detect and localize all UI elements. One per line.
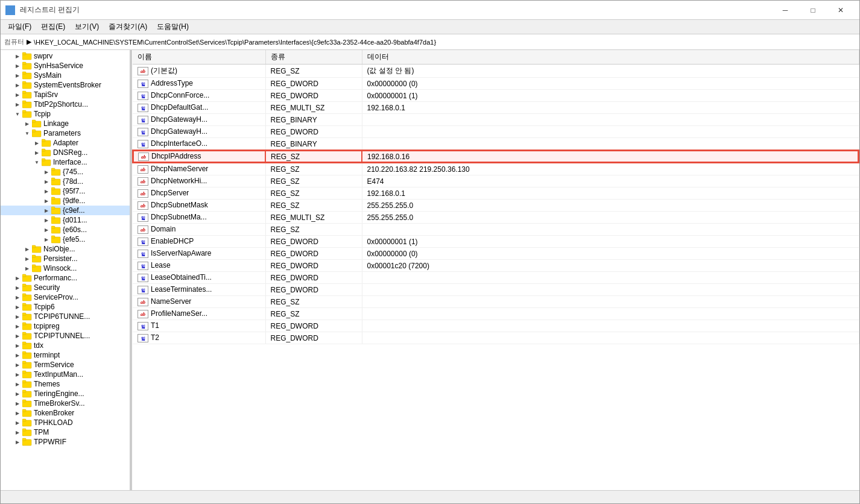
table-row[interactable]: 밃DhcpConnForce...REG_DWORD0x00000001 (1) [133,90,859,102]
table-row[interactable]: abDhcpNameServerREG_SZ210.220.163.82 219… [133,163,859,175]
col-type[interactable]: 종류 [265,50,362,65]
tree-item-Winsock[interactable]: ▶ Winsock... [1,263,130,273]
table-row[interactable]: 밃EnableDHCPREG_DWORD0x00000001 (1) [133,236,859,248]
folder-icon-swprv [22,52,32,60]
table-row[interactable]: 밃DhcpSubnetMa...REG_MULTI_SZ255.255.255.… [133,212,859,224]
tree-item-TimeBrokerSv[interactable]: ▶ TimeBrokerSv... [1,398,130,408]
menu-file[interactable]: 파일(F) [3,20,36,33]
folder-icon-tcpipreg [22,322,32,330]
cell-type: REG_BINARY [265,138,362,151]
cell-type: REG_SZ [265,163,362,175]
tree-item-TCPIPTUNNEL[interactable]: ▶ TCPIPTUNNEL... [1,331,130,341]
tree-item-DNSReg[interactable]: ▶ DNSReg... [1,148,130,157]
menu-favorites[interactable]: 즐겨찾기(A) [104,20,152,33]
menu-help[interactable]: 도움말(H) [152,20,194,33]
tree-item-TbtP2pShortcut[interactable]: ▶ TbtP2pShortcu... [1,99,130,109]
folder-icon-TPM [22,428,32,436]
table-row[interactable]: 밃T2REG_DWORD [133,332,859,344]
table-row[interactable]: 밃LeaseTerminates...REG_DWORD [133,284,859,296]
table-row[interactable]: 밃DhcpInterfaceO...REG_BINARY [133,138,859,151]
table-row[interactable]: 밃DhcpGatewayH...REG_BINARY [133,114,859,126]
address-value[interactable]: \HKEY_LOCAL_MACHINE\SYSTEM\CurrentContro… [34,39,436,46]
tree-arrow-NsiObj: ▶ [22,247,32,252]
table-row[interactable]: 밃LeaseObtainedTi...REG_DWORD [133,272,859,284]
tree-item-terminpt[interactable]: ▶ terminpt [1,350,130,360]
tree-item-TokenBroker[interactable]: ▶ TokenBroker [1,408,130,418]
tree-item-ServiceProv[interactable]: ▶ ServiceProv... [1,292,130,302]
tree-item-TermService[interactable]: ▶ TermService [1,360,130,370]
tree-arrow-c9ef: ▶ [42,208,51,213]
tree-item-e605[interactable]: ▶ {e60s... [1,225,130,235]
svg-rect-23 [42,139,45,142]
table-row[interactable]: abProfileNameSer...REG_SZ [133,308,859,320]
cell-name: abDhcpServer [133,187,265,200]
tree-item-Security[interactable]: ▶ Security [1,283,130,292]
tree-item-tcpipreg[interactable]: ▶ tcpipreg [1,321,130,331]
tree-arrow-SynHsaService: ▶ [13,63,22,69]
table-row[interactable]: 밃T1REG_DWORD [133,320,859,332]
table-row[interactable]: abDhcpSubnetMaskREG_SZ255.255.255.0 [133,200,859,212]
menu-edit[interactable]: 편집(E) [36,20,70,33]
tree-item-SysMain[interactable]: ▶ SysMain [1,71,130,80]
tree-item-Tcpip[interactable]: ▼ Tcpip [1,109,130,119]
table-row[interactable]: abDhcpIPAddressREG_SZ192.168.0.16 [133,150,859,163]
tree-item-c9ef[interactable]: ▶ {c9ef... [1,206,130,215]
tree-item-NsiObj[interactable]: ▶ NsiObje... [1,244,130,254]
tree-item-SystemEvents[interactable]: ▶ SystemEventsBroker [1,80,130,90]
table-row[interactable]: abDhcpServerREG_SZ192.168.0.1 [133,187,859,200]
tree-arrow-TPPWRIF: ▶ [13,439,22,445]
tree-arrow-Adapter: ▶ [32,140,42,146]
tree-arrow-78d: ▶ [42,179,51,184]
tree-item-TCPIP6TUNNEL[interactable]: ▶ TCPIP6TUNNE... [1,312,130,321]
folder-icon-TieringEngine [22,389,32,398]
tree-item-d011[interactable]: ▶ {d011... [1,215,130,225]
cell-data [362,332,859,344]
tree-item-TPHKLOAD[interactable]: ▶ TPHKLOAD [1,418,130,427]
table-row[interactable]: abDomainREG_SZ [133,224,859,236]
tree-item-95f7[interactable]: ▶ {95f7... [1,186,130,196]
tree-item-Interfaces[interactable]: ▼ Interface... [1,157,130,167]
close-button[interactable]: ✕ [827,1,855,20]
tree-item-TextInputMan[interactable]: ▶ TextInputMan... [1,370,130,379]
tree-arrow-TapiSrv: ▶ [13,92,22,98]
tree-item-TPPWRIF[interactable]: ▶ TPPWRIF [1,437,130,447]
col-name[interactable]: 이름 [133,50,265,65]
maximize-button[interactable]: □ [799,1,827,20]
minimize-button[interactable]: ─ [771,1,799,20]
table-row[interactable]: abDhcpNetworkHi...REG_SZE474 [133,175,859,187]
tree-item-Tcpip6[interactable]: ▶ Tcpip6 [1,302,130,312]
tree-item-Themes[interactable]: ▶ Themes [1,379,130,389]
tree-label-TPPWRIF: TPPWRIF [34,438,66,446]
tree-item-Linkage[interactable]: ▶ Linkage [1,119,130,128]
tree-item-swprv[interactable]: ▶ swprv [1,51,130,61]
cell-data [362,272,859,284]
table-row[interactable]: 밃LeaseREG_DWORD0x00001c20 (7200) [133,260,859,272]
tree-item-tdx[interactable]: ▶ tdx [1,341,130,350]
menu-view[interactable]: 보기(V) [70,20,104,33]
tree-item-TieringEngine[interactable]: ▶ TieringEngine... [1,389,130,398]
tree-item-TapiSrv[interactable]: ▶ TapiSrv [1,90,130,99]
tree-arrow-swprv: ▶ [13,54,22,59]
table-row[interactable]: 밃IsServerNapAwareREG_DWORD0x00000000 (0) [133,248,859,260]
tree-item-SynHsaService[interactable]: ▶ SynHsaService [1,61,130,71]
tree-item-745[interactable]: ▶ {745... [1,167,130,177]
tree-item-9dfe[interactable]: ▶ {9dfe... [1,196,130,206]
table-row[interactable]: 밃AddressTypeREG_DWORD0x00000000 (0) [133,78,859,90]
tree-item-Parameters[interactable]: ▼ Parameters [1,128,130,138]
table-row[interactable]: abNameServerREG_SZ [133,296,859,308]
tree-item-78d[interactable]: ▶ {78d... [1,177,130,186]
folder-icon-Interfaces [42,158,51,166]
tree-label-SystemEvents: SystemEventsBroker [34,81,101,89]
cell-name: 밃DhcpGatewayH... [133,126,265,138]
tree-item-Persist[interactable]: ▶ Persister... [1,254,130,263]
col-data[interactable]: 데이터 [362,50,859,65]
svg-rect-21 [32,130,36,132]
tree-item-Performance[interactable]: ▶ Performanc... [1,273,130,283]
tree-item-Adapter[interactable]: ▶ Adapter [1,138,130,148]
tree-item-efe5[interactable]: ▶ {efe5... [1,235,130,244]
table-row[interactable]: 밃DhcpGatewayH...REG_DWORD [133,126,859,138]
table-row[interactable]: 밃DhcpDefaultGat...REG_MULTI_SZ192.168.0.… [133,102,859,114]
table-row[interactable]: ab(기본값)REG_SZ(값 설정 안 됨) [133,65,859,78]
tree-item-TPM[interactable]: ▶ TPM [1,427,130,437]
svg-rect-47 [32,255,36,257]
